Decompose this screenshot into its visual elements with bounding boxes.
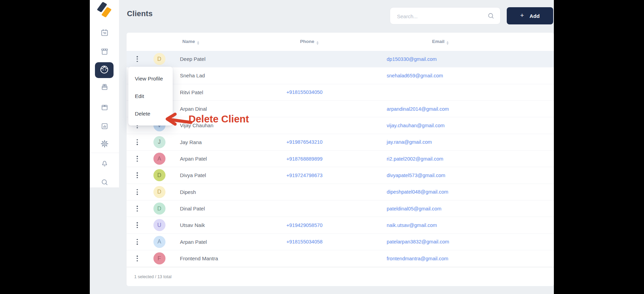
client-name: Dipesh xyxy=(171,189,255,195)
email-link[interactable]: frontendmantra@gmail.com xyxy=(387,256,448,261)
client-name: Divya Patel xyxy=(171,172,255,178)
row-menu-button[interactable] xyxy=(134,170,140,181)
email-link[interactable]: arpandinal2014@gmail.com xyxy=(387,106,449,112)
clients-table-card: Name Phone Email DDeep Pateldp150330@gma… xyxy=(127,33,554,286)
menu-item-delete[interactable]: Delete xyxy=(128,105,173,122)
table-row[interactable]: DDipeshdipeshpatel048@gmail.com xyxy=(127,184,554,200)
phone-link[interactable]: +919724798673 xyxy=(286,173,322,178)
email-link[interactable]: jay.rana@gmail.com xyxy=(387,139,432,145)
column-header-phone[interactable]: Phone xyxy=(259,39,359,45)
table-row[interactable]: VVijay Chauhanvijay.chauhan@gmail.com xyxy=(127,117,554,134)
client-name: Arpan Patel xyxy=(171,156,255,162)
phone-link[interactable]: +919876543210 xyxy=(286,139,322,145)
sidebar-item-clients[interactable] xyxy=(95,62,114,78)
sidebar-item-search[interactable] xyxy=(90,175,119,191)
table-row[interactable]: DDivya Patel+919724798673divyapatel573@g… xyxy=(127,167,554,184)
avatar-cell: D xyxy=(148,169,171,181)
avatar-cell: D xyxy=(148,53,171,65)
avatar-cell: A xyxy=(148,236,171,248)
app-logo[interactable] xyxy=(98,2,111,18)
search-icon xyxy=(100,178,109,188)
table-row[interactable]: AArpan Patel+918768889899ri2.patel2002@g… xyxy=(127,151,554,167)
client-name: Sneha Lad xyxy=(171,73,255,78)
row-menu-button[interactable] xyxy=(134,236,140,248)
table-row[interactable]: RRitvi Patel+918155034050 xyxy=(127,84,554,101)
table-row[interactable]: JJay Rana+919876543210jay.rana@gmail.com xyxy=(127,134,554,151)
email-link[interactable]: patelarpan3832@gmail.com xyxy=(387,239,449,244)
email-cell: dipeshpatel048@gmail.com xyxy=(354,189,526,195)
sidebar-item-calendar[interactable] xyxy=(90,25,119,41)
phone-cell: +919429058570 xyxy=(255,222,354,228)
phone-link[interactable]: +918768889899 xyxy=(286,156,322,162)
column-header-email[interactable]: Email xyxy=(354,39,526,45)
avatar: D xyxy=(153,203,165,215)
page-title: Clients xyxy=(127,9,153,18)
client-name: Arpan Patel xyxy=(171,239,255,245)
row-menu-button[interactable] xyxy=(134,186,140,198)
email-link[interactable]: ri2.patel2002@gmail.com xyxy=(387,156,443,162)
bar-chart-icon xyxy=(100,122,109,132)
table-row[interactable]: UUtsav Naik+919429058570naik.utsav@gmail… xyxy=(127,217,554,233)
row-menu-button[interactable] xyxy=(134,253,140,264)
email-cell: divyapatel573@gmail.com xyxy=(354,172,526,178)
search-input[interactable] xyxy=(396,8,484,25)
table-row[interactable]: AArpan Patel+918155034058patelarpan3832@… xyxy=(127,234,554,250)
avatar-cell: D xyxy=(148,203,171,215)
client-name: Deep Patel xyxy=(171,56,255,62)
phone-link[interactable]: +918155034058 xyxy=(286,239,322,244)
avatar: D xyxy=(153,169,165,181)
avatar: F xyxy=(153,252,165,264)
sidebar-item-store[interactable] xyxy=(90,44,119,60)
email-cell: dp150330@gmail.com xyxy=(354,56,526,62)
row-menu-button[interactable] xyxy=(134,219,140,231)
face-icon xyxy=(99,64,109,76)
email-cell: patelarpan3832@gmail.com xyxy=(354,239,526,245)
row-menu-button[interactable] xyxy=(134,153,140,164)
email-link[interactable]: pateldinal05@gmail.com xyxy=(387,206,441,211)
menu-item-view-profile[interactable]: View Profile xyxy=(128,70,173,87)
email-link[interactable]: naik.utsav@gmail.com xyxy=(387,222,437,228)
email-cell: pateldinal05@gmail.com xyxy=(354,206,526,212)
search-box xyxy=(390,7,501,24)
row-menu-button[interactable] xyxy=(134,53,140,65)
row-context-menu: View ProfileEditDelete xyxy=(128,67,173,126)
app-window: Clients + Add Name Phone Email DDeep P xyxy=(90,0,554,294)
table-row[interactable]: FFrontend Mantrafrontendmantra@gmail.com xyxy=(127,250,554,267)
table-header: Name Phone Email xyxy=(127,33,554,51)
email-link[interactable]: dp150330@gmail.com xyxy=(387,56,437,62)
avatar-cell: D xyxy=(148,186,171,198)
avatar: U xyxy=(153,219,165,231)
email-cell: snehalad659@gmail.com xyxy=(354,73,526,79)
sidebar-item-box[interactable] xyxy=(90,100,119,116)
menu-item-edit[interactable]: Edit xyxy=(128,87,173,105)
email-link[interactable]: vijay.chauhan@gmail.com xyxy=(387,123,444,128)
sidebar-divider xyxy=(90,153,119,153)
table-row[interactable]: DDeep Pateldp150330@gmail.com xyxy=(127,51,554,67)
sidebar-item-stats[interactable] xyxy=(90,119,119,135)
add-button[interactable]: + Add xyxy=(507,7,553,24)
sidebar-item-settings[interactable] xyxy=(90,137,119,152)
sidebar-item-notifications[interactable] xyxy=(90,156,119,172)
table-row[interactable]: AArpan Dinalarpandinal2014@gmail.com xyxy=(127,101,554,117)
plus-icon: + xyxy=(520,12,524,19)
email-link[interactable]: divyapatel573@gmail.com xyxy=(387,173,445,178)
email-link[interactable]: dipeshpatel048@gmail.com xyxy=(387,189,448,195)
store-icon xyxy=(100,47,109,57)
bell-icon xyxy=(100,159,109,169)
email-cell: arpandinal2014@gmail.com xyxy=(354,106,526,112)
email-cell: ri2.patel2002@gmail.com xyxy=(354,156,526,162)
phone-link[interactable]: +919429058570 xyxy=(286,222,322,228)
email-link[interactable]: snehalad659@gmail.com xyxy=(387,73,443,78)
sidebar-item-gift[interactable] xyxy=(90,80,119,96)
phone-link[interactable]: +918155034050 xyxy=(286,89,322,95)
table-row[interactable]: DDinal Patelpateldinal05@gmail.com xyxy=(127,200,554,217)
row-menu-button[interactable] xyxy=(134,203,140,214)
table-row[interactable]: SSneha Ladsnehalad659@gmail.com xyxy=(127,67,554,84)
column-header-name[interactable]: Name xyxy=(171,39,255,45)
search-input-icon xyxy=(487,12,495,21)
gift-icon xyxy=(100,83,109,92)
email-cell: naik.utsav@gmail.com xyxy=(354,222,526,228)
email-cell: vijay.chauhan@gmail.com xyxy=(354,122,526,129)
row-menu-button[interactable] xyxy=(134,137,140,148)
client-name: Utsav Naik xyxy=(171,222,255,228)
